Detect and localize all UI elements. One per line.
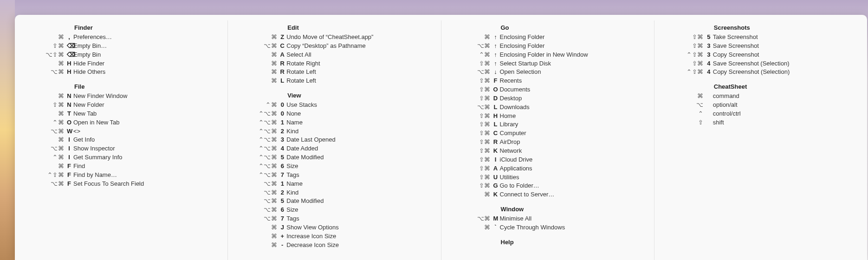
- shortcut-label: Computer: [500, 129, 641, 138]
- shortcut-modifiers: ⌃⌥⌘: [241, 127, 280, 136]
- shortcut-label: iCloud Drive: [500, 156, 641, 164]
- shortcut-row[interactable]: ⌥⌘6Size: [241, 206, 428, 214]
- shortcut-key: Z: [280, 33, 286, 42]
- shortcut-row[interactable]: ⌃⌘IGet Summary Info: [28, 153, 214, 162]
- shortcut-row[interactable]: ⌥⌘2Kind: [241, 188, 428, 197]
- shortcut-row[interactable]: ⌥⌘FSet Focus To Search Field: [28, 180, 214, 188]
- shortcut-modifiers: ⌘: [241, 33, 280, 42]
- shortcut-row[interactable]: ⌥⌘HHide Others: [28, 68, 214, 77]
- shortcut-row[interactable]: ⇧⌘CComputer: [454, 129, 641, 138]
- shortcut-row[interactable]: ⇧⌘↑Select Startup Disk: [454, 59, 641, 68]
- shortcut-modifiers: ⇧⌘: [28, 42, 67, 51]
- shortcut-label: Enclosing Folder: [500, 33, 641, 42]
- shortcut-row[interactable]: ⌘ZUndo Move of “CheatSheet.app”: [241, 33, 428, 42]
- shortcut-key: T: [67, 110, 73, 118]
- shortcut-row[interactable]: ⌥⌘IShow Inspector: [28, 144, 214, 153]
- shortcut-row[interactable]: ⌥⌘↓Open Selection: [454, 68, 641, 77]
- shortcut-row[interactable]: ⌃⇧⌘3Copy Screenshot: [667, 51, 854, 59]
- shortcut-row[interactable]: ⌃⌘0Use Stacks: [241, 101, 428, 110]
- shortcut-row[interactable]: ⌘TNew Tab: [28, 110, 214, 118]
- shortcut-row[interactable]: ⌥⌘↑Enclosing Folder: [454, 42, 641, 51]
- shortcut-row[interactable]: ⌘`Cycle Through Windows: [454, 223, 641, 232]
- shortcut-row[interactable]: ⌃⌥⌘4Date Added: [241, 144, 428, 153]
- shortcut-row[interactable]: ⌥⌘1Name: [241, 180, 428, 188]
- shortcut-row[interactable]: ⇧⌘IiCloud Drive: [454, 156, 641, 164]
- shortcut-key: H: [493, 112, 500, 121]
- shortcut-row[interactable]: ⌘↑Enclosing Folder: [454, 33, 641, 42]
- shortcut-row[interactable]: ⌘KConnect to Server…: [454, 190, 641, 199]
- shortcut-label: Date Modified: [286, 197, 428, 206]
- shortcut-modifiers: ⇧⌘: [454, 77, 493, 85]
- shortcut-row[interactable]: ⇧⌘5Take Screenshot: [667, 33, 854, 42]
- shortcut-row[interactable]: ⌥⌘W<>: [28, 127, 214, 136]
- shortcut-key: 4: [706, 59, 713, 68]
- shortcut-row[interactable]: ⇧⌘⌫Empty Bin…: [28, 42, 214, 51]
- shortcut-row[interactable]: ⌘,Preferences…: [28, 33, 214, 42]
- shortcut-row[interactable]: ⌃⌥⌘2Kind: [241, 127, 428, 136]
- shortcut-modifiers: ⇧: [667, 118, 706, 127]
- shortcut-label: Copy “Desktop” as Pathname: [286, 42, 428, 51]
- shortcut-row[interactable]: ⇧⌘ODocuments: [454, 85, 641, 94]
- shortcut-row[interactable]: ⌥⌘7Tags: [241, 214, 428, 223]
- shortcut-row[interactable]: ⌥⌘LDownloads: [454, 103, 641, 112]
- shortcut-modifiers: ⌥⌘: [28, 144, 67, 153]
- shortcut-row[interactable]: ⇧⌘UUtilities: [454, 173, 641, 182]
- shortcut-label: Library: [500, 120, 641, 129]
- shortcut-row[interactable]: ⌘RRotate Right: [241, 59, 428, 68]
- shortcut-row[interactable]: ⌥⌘CCopy “Desktop” as Pathname: [241, 42, 428, 51]
- shortcut-row[interactable]: ⌘IGet Info: [28, 136, 214, 144]
- shortcut-row[interactable]: ⌘NNew Finder Window: [28, 92, 214, 101]
- shortcut-modifiers: ⌘: [454, 223, 493, 232]
- shortcut-row[interactable]: ⌘LRotate Left: [241, 77, 428, 85]
- shortcut-row[interactable]: ⇧⌘AApplications: [454, 164, 641, 173]
- shortcut-row[interactable]: ⇧⌘RAirDrop: [454, 138, 641, 147]
- shortcut-row[interactable]: ⇧shift: [667, 118, 854, 127]
- shortcut-modifiers: ⌥⇧⌘: [28, 51, 67, 59]
- shortcut-row[interactable]: ⌃control/ctrl: [667, 110, 854, 118]
- shortcut-row[interactable]: ⌥⇧⌘⌫Empty Bin: [28, 51, 214, 59]
- shortcut-row[interactable]: ⌃⌘OOpen in New Tab: [28, 118, 214, 127]
- section: CheatSheet⌘command⌥option/alt⌃control/ct…: [667, 83, 854, 127]
- shortcut-label: Empty Bin…: [73, 42, 214, 51]
- shortcut-key: J: [280, 223, 286, 232]
- shortcut-key: L: [493, 103, 500, 112]
- shortcut-label: Copy Screenshot: [713, 51, 854, 59]
- shortcut-row[interactable]: ⇧⌘DDesktop: [454, 94, 641, 103]
- shortcut-label: Date Added: [286, 144, 428, 153]
- shortcut-row[interactable]: ⇧⌘GGo to Folder…: [454, 182, 641, 190]
- shortcut-row[interactable]: ⌃⇧⌘FFind by Name…: [28, 171, 214, 180]
- shortcut-modifiers: ⌘: [241, 223, 280, 232]
- shortcut-key: `: [493, 223, 500, 232]
- shortcut-key: D: [493, 94, 500, 103]
- shortcut-row[interactable]: ⌃⌥⌘3Date Last Opened: [241, 136, 428, 144]
- shortcut-row[interactable]: ⌃⌥⌘1Name: [241, 118, 428, 127]
- shortcut-label: Rotate Left: [286, 68, 428, 77]
- shortcut-row[interactable]: ⌘command: [667, 92, 854, 101]
- shortcut-row[interactable]: ⌘JShow View Options: [241, 223, 428, 232]
- shortcut-label: Show Inspector: [73, 144, 214, 153]
- shortcut-row[interactable]: ⌃⌥⌘7Tags: [241, 171, 428, 180]
- shortcut-row[interactable]: ⌃⌥⌘5Date Modified: [241, 153, 428, 162]
- shortcut-row[interactable]: ⌃⌥⌘6Size: [241, 162, 428, 171]
- shortcut-row[interactable]: ⌘+Increase Icon Size: [241, 232, 428, 241]
- shortcut-row[interactable]: ⌃⌘↑Enclosing Folder in New Window: [454, 51, 641, 59]
- shortcut-row[interactable]: ⌥⌘5Date Modified: [241, 197, 428, 206]
- shortcut-row[interactable]: ⌃⌥⌘0None: [241, 110, 428, 118]
- shortcut-row[interactable]: ⇧⌘KNetwork: [454, 147, 641, 156]
- shortcut-row[interactable]: ⌘-Decrease Icon Size: [241, 241, 428, 250]
- shortcut-row[interactable]: ⌥option/alt: [667, 101, 854, 110]
- shortcut-row[interactable]: ⇧⌘LLibrary: [454, 120, 641, 129]
- shortcut-row[interactable]: ⌥⌘MMinimise All: [454, 214, 641, 223]
- shortcut-row[interactable]: ⇧⌘HHome: [454, 112, 641, 121]
- shortcut-row[interactable]: ⌃⇧⌘4Copy Screenshot (Selection): [667, 68, 854, 77]
- shortcut-row[interactable]: ⌘RRotate Left: [241, 68, 428, 77]
- shortcut-row[interactable]: ⌘FFind: [28, 162, 214, 171]
- shortcut-row[interactable]: ⌘ASelect All: [241, 51, 428, 59]
- shortcut-modifiers: ⌘: [28, 33, 67, 42]
- shortcut-key: ↑: [493, 33, 500, 42]
- shortcut-row[interactable]: ⇧⌘3Save Screenshot: [667, 42, 854, 51]
- shortcut-row[interactable]: ⇧⌘FRecents: [454, 77, 641, 85]
- shortcut-row[interactable]: ⇧⌘4Save Screenshot (Selection): [667, 59, 854, 68]
- shortcut-row[interactable]: ⌘HHide Finder: [28, 59, 214, 68]
- shortcut-row[interactable]: ⇧⌘NNew Folder: [28, 101, 214, 110]
